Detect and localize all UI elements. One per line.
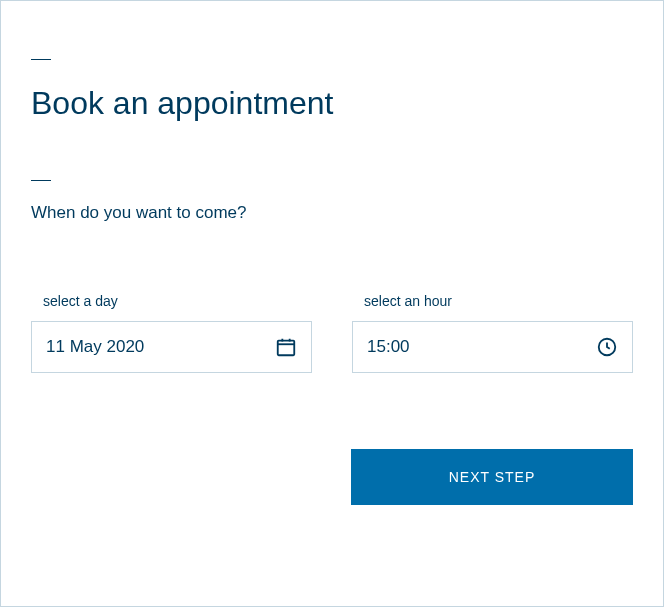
hour-field: select an hour 15:00 [352, 293, 633, 373]
appointment-card: Book an appointment When do you want to … [0, 0, 664, 607]
calendar-icon [275, 336, 297, 358]
svg-rect-0 [278, 341, 295, 356]
page-title: Book an appointment [31, 84, 633, 122]
actions-row: NEXT STEP [31, 449, 633, 505]
day-field-label: select a day [31, 293, 312, 309]
hour-field-label: select an hour [352, 293, 633, 309]
day-input[interactable]: 11 May 2020 [31, 321, 312, 373]
hour-input[interactable]: 15:00 [352, 321, 633, 373]
day-field: select a day 11 May 2020 [31, 293, 312, 373]
section-subtitle: When do you want to come? [31, 203, 633, 223]
day-value: 11 May 2020 [46, 337, 144, 357]
next-step-button[interactable]: NEXT STEP [351, 449, 633, 505]
hour-value: 15:00 [367, 337, 410, 357]
clock-icon [596, 336, 618, 358]
divider-tick [31, 180, 51, 181]
fields-row: select a day 11 May 2020 select an hour … [31, 293, 633, 373]
divider-tick [31, 59, 51, 60]
